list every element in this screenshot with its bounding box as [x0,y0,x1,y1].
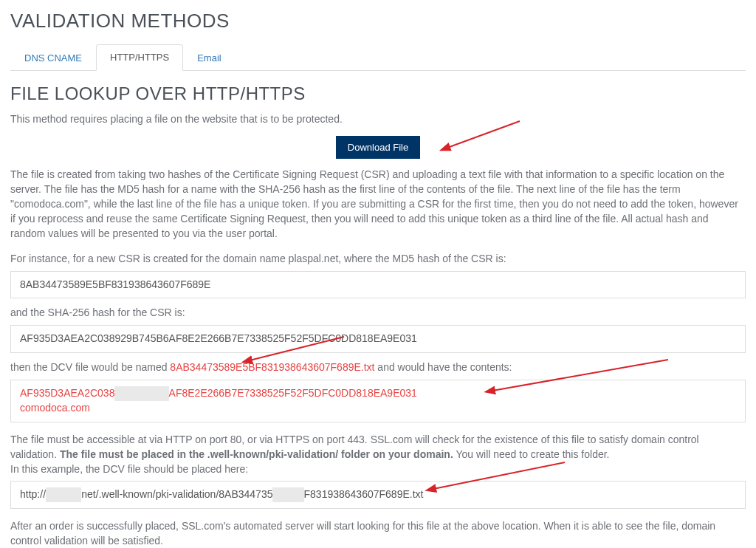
redacted-text: 89E5B [272,487,303,502]
tab-dns-cname[interactable]: DNS CNAME [10,45,96,71]
dcv-filename: 8AB34473589E5BF831938643607F689E.txt [170,361,374,373]
page-title: VALIDATION METHODS [10,7,746,35]
path-explain-text: The file must be accessible at via HTTP … [10,433,746,477]
path-p1b: You will need to create this folder. [453,448,610,460]
validation-tabs: DNS CNAME HTTP/HTTPS Email [10,44,746,71]
path-p2: In this example, the DCV file should be … [10,463,248,475]
example-intro-text: For instance, for a new CSR is created f… [10,252,746,267]
closing-text: After an order is successfully placed, S… [10,519,746,548]
file-line1-part-a: AF935D3AEA2C038 [20,387,114,399]
dcv-url-box: http://plaspal.net/.well-known/pki-valid… [10,481,746,509]
file-line1-part-b: AF8E2E266B7E7338525F52F5DFC0DD818EA9E031 [169,387,417,399]
sha-hash-box: AF935D3AEA2C038929B745B6AF8E2E266B7E7338… [10,325,746,353]
dcv-file-line-2: comodoca.com [20,401,736,416]
dcv-file-line-1: AF935D3AEA2C038929B745B6AF8E2E266B7E7338… [20,386,736,401]
tab-http-https[interactable]: HTTP/HTTPS [96,44,183,71]
tab-email[interactable]: Email [183,45,236,71]
path-bold: The file must be placed in the .well-kno… [60,448,453,460]
url-part-c: F831938643607F689E.txt [304,488,424,500]
redacted-text: 929B745B6 [114,386,168,401]
sha-intro-text: and the SHA-256 hash for the CSR is: [10,306,746,321]
md5-hash-box: 8AB34473589E5BF831938643607F689E [10,271,746,299]
dcv-named-prefix: then the DCV file would be named [10,361,170,373]
section-title: FILE LOOKUP OVER HTTP/HTTPS [10,81,746,106]
dcv-named-suffix: and would have the contents: [374,361,512,373]
url-part-a: http:// [20,488,46,500]
dcv-named-text: then the DCV file would be named 8AB3447… [10,360,746,375]
url-part-b: net/.well-known/pki-validation/8AB344735 [81,488,272,500]
dcv-file-contents-box: AF935D3AEA2C038929B745B6AF8E2E266B7E7338… [10,380,746,422]
download-file-button[interactable]: Download File [336,136,420,159]
explain-text: The file is created from taking two hash… [10,168,746,241]
intro-text: This method requires placing a file on t… [10,112,746,127]
redacted-text: plaspal. [46,487,81,502]
